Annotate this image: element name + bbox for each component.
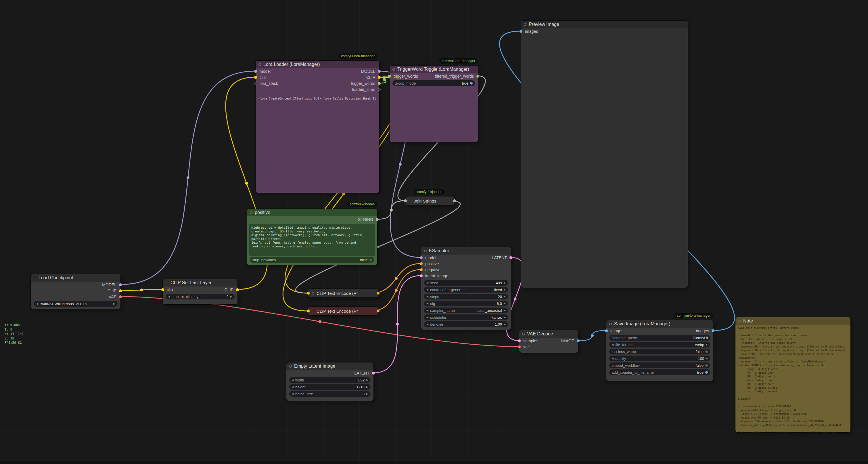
widget-batch-size[interactable]: ◀ batch_size 3 ▶ <box>289 391 371 397</box>
node-title-bar[interactable]: Load Checkpoint <box>31 274 121 282</box>
output-dot-latent[interactable] <box>509 256 513 259</box>
node-title-bar[interactable]: Preview Image <box>521 21 688 28</box>
widget-control-after-generate[interactable]: ◀ control after generate fixed ▶ <box>424 287 508 293</box>
input-dot-images[interactable] <box>605 329 608 332</box>
input-dot-clip[interactable] <box>307 292 310 295</box>
collapse-icon[interactable] <box>524 23 526 26</box>
input-dot-model[interactable] <box>254 70 257 73</box>
widget-scheduler[interactable]: ◀ scheduler karras ▶ <box>424 314 508 320</box>
node-title-bar[interactable]: CLIP Set Last Layer <box>163 279 238 287</box>
node-title-bar[interactable]: Empty Latent Image <box>286 362 373 370</box>
increment-icon[interactable]: ▶ <box>504 281 506 284</box>
increment-icon[interactable]: ▶ <box>366 379 368 381</box>
increment-icon[interactable]: ▶ <box>504 316 506 319</box>
widget-height[interactable]: ◀ height 1216 ▶ <box>289 384 371 390</box>
node-title-bar[interactable]: Lora Loader (LoraManager) <box>256 61 379 68</box>
widget-stop-at-clip-layer[interactable]: ◀ stop_at_clip_layer -2 ▶ <box>165 294 235 299</box>
increment-icon[interactable]: ▶ <box>504 302 506 305</box>
increment-icon[interactable]: ▶ <box>366 393 368 395</box>
output-dot-model[interactable] <box>119 283 122 286</box>
node-load-checkpoint[interactable]: Load Checkpoint MODEL CLIP VAE ◀ ilwaiNS… <box>31 274 121 309</box>
output-dot-clip[interactable] <box>378 76 381 79</box>
widget-filename-prefix[interactable]: filename_prefix ComfyUI <box>609 335 710 341</box>
collapse-icon[interactable] <box>312 292 314 295</box>
collapse-icon[interactable] <box>393 68 395 71</box>
input-dot-lora-stack[interactable] <box>254 82 257 85</box>
collapse-icon[interactable] <box>258 63 261 66</box>
input-dot-images[interactable] <box>520 30 522 33</box>
note-text[interactable]: Available filename_prefix Pattern Codes … <box>738 326 848 438</box>
decrement-icon[interactable]: ◀ <box>291 393 293 395</box>
widget-embed-workflow[interactable]: embed_workflow false <box>609 362 710 368</box>
node-ksampler[interactable]: KSampler model LATENT positive negative … <box>421 247 511 330</box>
widget-group-mode[interactable]: group_mode true <box>393 80 475 86</box>
output-dot-clip[interactable] <box>119 289 122 292</box>
output-dot-clip[interactable] <box>236 288 239 291</box>
decrement-icon[interactable]: ◀ <box>36 302 38 305</box>
decrement-icon[interactable]: ◀ <box>426 302 428 305</box>
widget-ckpt-name[interactable]: ◀ ilwaiNSFWIllustrious_v110.s... ▶ <box>34 301 118 307</box>
decrement-icon[interactable]: ◀ <box>426 323 428 326</box>
output-dot-images[interactable] <box>712 329 714 332</box>
input-dot-string[interactable] <box>404 199 407 202</box>
output-dot-conditioning[interactable] <box>377 292 379 295</box>
input-dot-model[interactable] <box>420 256 423 259</box>
node-triggerword-toggle[interactable]: TriggerWord Toggle (LoraManager) trigger… <box>390 65 478 142</box>
widget-steps[interactable]: ◀ steps 20 ▶ <box>424 294 508 299</box>
increment-icon[interactable]: ▶ <box>366 385 368 388</box>
node-vae-decode[interactable]: VAE Decode samples IMAGE vae <box>519 330 578 353</box>
widget-sampler-name[interactable]: ◀ sampler_name euler_ancestral ▶ <box>424 308 508 313</box>
increment-icon[interactable]: ▶ <box>230 295 232 298</box>
widget-add-counter-to-filename[interactable]: add_counter_to_filename true <box>609 369 710 375</box>
decrement-icon[interactable]: ◀ <box>426 295 428 298</box>
node-positive-prompt[interactable]: positive STRING highres, very detailed, … <box>247 209 377 265</box>
node-empty-latent-image[interactable]: Empty Latent Image LATENT ◀ width 832 ▶ … <box>286 362 373 401</box>
node-save-image[interactable]: Save Image (LoraManager) images images f… <box>607 320 713 381</box>
collapse-icon[interactable] <box>409 200 411 202</box>
collapse-icon[interactable] <box>424 250 427 252</box>
lora-text-widget[interactable]: <lora:CreateConcept_Illustrious:0.8> <lo… <box>258 97 376 100</box>
widget-cfg[interactable]: ◀ cfg 8.0 ▶ <box>424 300 508 307</box>
increment-icon[interactable]: ▶ <box>504 323 506 326</box>
input-dot-trigger-words[interactable] <box>388 75 391 78</box>
toggle-on-icon[interactable] <box>470 82 473 85</box>
collapse-icon[interactable] <box>609 323 612 325</box>
input-dot-negative[interactable] <box>420 268 423 271</box>
widget-strip-newlines[interactable]: strip_newlines false <box>250 257 374 263</box>
node-note[interactable]: Note Available filename_prefix Pattern C… <box>736 317 850 432</box>
increment-icon[interactable]: ▶ <box>706 343 708 346</box>
decrement-icon[interactable]: ◀ <box>168 295 170 298</box>
output-dot-string[interactable] <box>453 199 456 202</box>
node-join-strings[interactable]: Join Strings <box>405 197 455 205</box>
increment-icon[interactable]: ▶ <box>113 302 115 305</box>
toggle-off-icon[interactable] <box>705 350 708 353</box>
input-dot-clip[interactable] <box>307 310 310 312</box>
node-lora-loader[interactable]: Lora Loader (LoraManager) model MODEL cl… <box>256 61 379 193</box>
input-dot-positive[interactable] <box>420 262 423 265</box>
collapse-icon[interactable] <box>34 277 36 279</box>
output-dot-trigger-words[interactable] <box>378 82 381 85</box>
widget-file-format[interactable]: ◀ file_format webp ▶ <box>609 342 710 348</box>
node-title-bar[interactable]: Note <box>736 317 850 325</box>
decrement-icon[interactable]: ◀ <box>426 288 428 291</box>
increment-icon[interactable]: ▶ <box>504 309 506 312</box>
node-title-bar[interactable]: Save Image (LoraManager) <box>607 320 713 328</box>
node-title-bar[interactable]: KSampler <box>421 247 511 255</box>
output-dot-model[interactable] <box>378 70 381 73</box>
decrement-icon[interactable]: ◀ <box>426 316 428 319</box>
toggle-off-icon[interactable] <box>705 364 708 367</box>
decrement-icon[interactable]: ◀ <box>291 385 293 388</box>
output-dot-loaded-loras[interactable] <box>378 88 381 91</box>
node-title-bar[interactable]: VAE Decode <box>519 330 578 338</box>
node-clip-text-encode-negative[interactable]: CLIP Text Encode (Pr <box>308 307 378 315</box>
output-dot-image[interactable] <box>577 340 580 342</box>
collapse-icon[interactable] <box>165 282 168 284</box>
widget-seed[interactable]: ◀ seed 409 ▶ <box>424 280 508 286</box>
input-dot-clip[interactable] <box>254 76 257 79</box>
decrement-icon[interactable]: ◀ <box>426 309 428 312</box>
toggle-off-icon[interactable] <box>369 259 372 261</box>
collapse-icon[interactable] <box>738 320 741 322</box>
decrement-icon[interactable]: ◀ <box>612 357 614 360</box>
increment-icon[interactable]: ▶ <box>504 288 506 291</box>
input-dot-vae[interactable] <box>518 346 521 348</box>
